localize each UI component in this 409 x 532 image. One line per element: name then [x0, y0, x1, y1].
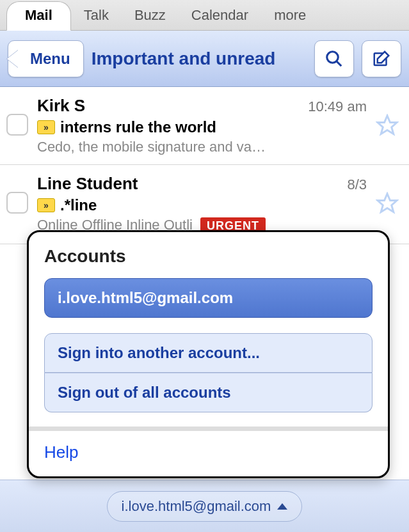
triangle-up-icon [277, 503, 287, 510]
menu-button-label: Menu [30, 50, 70, 68]
accounts-popup: Accounts i.love.html5@gmail.com Sign int… [27, 230, 390, 478]
svg-line-1 [337, 61, 342, 66]
tab-bar: Mail Talk Buzz Calendar more [0, 0, 409, 31]
email-subject: .*line [60, 196, 97, 214]
star-icon[interactable] [376, 114, 399, 137]
search-icon [325, 49, 344, 68]
important-marker-icon: » [37, 198, 55, 212]
tab-mail[interactable]: Mail [6, 1, 71, 31]
compose-icon [372, 49, 391, 68]
email-preview: Cedo, the mobile signature and va… [37, 139, 367, 155]
sign-into-another-button[interactable]: Sign into another account... [44, 333, 373, 373]
sign-out-all-button[interactable]: Sign out of all accounts [44, 373, 373, 412]
email-time: 10:49 am [308, 98, 367, 115]
email-time: 8/3 [347, 176, 367, 193]
svg-marker-4 [378, 194, 397, 212]
account-switcher-label: i.love.html5@gmail.com [122, 498, 271, 515]
tab-calendar[interactable]: Calendar [179, 2, 261, 30]
email-sender: Line Student [37, 174, 138, 194]
accounts-popup-title: Accounts [44, 246, 373, 267]
help-link[interactable]: Help [29, 431, 388, 476]
footer: i.love.html5@gmail.com [0, 480, 409, 532]
email-row[interactable]: Kirk S 10:49 am » interns rule the world… [0, 87, 409, 165]
email-body: Kirk S 10:49 am » interns rule the world… [37, 96, 367, 155]
chevron-left-icon [7, 50, 19, 68]
compose-button[interactable] [362, 40, 401, 77]
account-current[interactable]: i.love.html5@gmail.com [44, 278, 373, 318]
email-sender: Kirk S [37, 96, 85, 116]
menu-button[interactable]: Menu [8, 40, 84, 77]
svg-point-0 [327, 51, 339, 63]
email-body: Line Student 8/3 » .*line Online Offline… [37, 174, 367, 235]
star-icon[interactable] [376, 192, 399, 215]
tab-more[interactable]: more [261, 2, 319, 30]
svg-marker-3 [378, 116, 397, 134]
email-checkbox[interactable] [6, 192, 28, 214]
popup-divider [29, 426, 388, 431]
account-switcher[interactable]: i.love.html5@gmail.com [107, 491, 303, 522]
tab-buzz[interactable]: Buzz [122, 2, 179, 30]
email-checkbox[interactable] [6, 114, 28, 136]
toolbar: Menu Important and unread [0, 31, 409, 87]
tab-talk[interactable]: Talk [71, 2, 122, 30]
email-subject: interns rule the world [60, 118, 216, 136]
search-button[interactable] [314, 40, 354, 77]
page-title: Important and unread [92, 49, 307, 69]
email-list: Kirk S 10:49 am » interns rule the world… [0, 87, 409, 244]
important-marker-icon: » [37, 120, 55, 134]
